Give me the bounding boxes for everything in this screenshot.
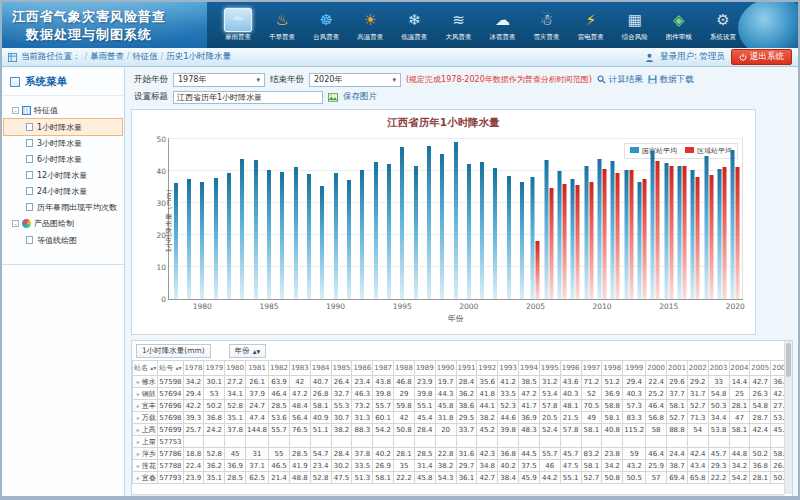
sidebar-item-历年暴雨出现平均次数[interactable]: 历年暴雨出现平均次数: [4, 199, 122, 215]
national-bar-1999[interactable]: [454, 142, 458, 299]
sidebar-item-12小时降水量[interactable]: 12小时降水量: [4, 167, 122, 183]
table-row-57788[interactable]: ▸莲花5778822.436.236.937.146.541.923.430.2…: [133, 460, 793, 472]
row-expander-icon[interactable]: ▸: [137, 378, 140, 385]
national-bar-1983[interactable]: [240, 159, 244, 299]
regional-bar-2008[interactable]: [576, 185, 580, 299]
national-bar-1996[interactable]: [414, 166, 418, 299]
regional-bar-2013[interactable]: [643, 179, 647, 299]
national-bar-2013[interactable]: [638, 182, 642, 299]
chart-title-input[interactable]: [173, 91, 323, 104]
horizontal-scrollbar[interactable]: [132, 494, 784, 500]
table-row-57753[interactable]: ▸上栗57753: [133, 436, 793, 448]
national-bar-2016[interactable]: [678, 166, 682, 299]
national-bar-2019[interactable]: [718, 169, 722, 299]
national-bar-1990[interactable]: [334, 173, 338, 299]
national-bar-2012[interactable]: [624, 170, 628, 299]
toolbar-item-drought[interactable]: ♨干旱普查: [263, 8, 301, 42]
national-bar-1984[interactable]: [254, 160, 258, 299]
regional-bar-2019[interactable]: [723, 167, 727, 299]
table-scroll-area[interactable]: 站名 ▴▾站号 ▴▾197819791980198119821983198419…: [132, 360, 792, 486]
national-bar-2008[interactable]: [571, 179, 575, 299]
national-bar-1997[interactable]: [427, 146, 431, 299]
download-button[interactable]: 数据下载: [648, 74, 694, 86]
toolbar-item-snow[interactable]: ☃雪灾普查: [528, 8, 566, 42]
national-bar-2007[interactable]: [558, 171, 562, 299]
national-bar-1993[interactable]: [374, 162, 378, 299]
sidebar-item-1小时降水量[interactable]: 1小时降水量: [4, 119, 122, 135]
table-row-57698[interactable]: ▸万载5769839.336.835.147.453.656.440.930.7…: [133, 412, 793, 424]
national-bar-1985[interactable]: [267, 170, 271, 299]
breadcrumb-item[interactable]: 特征值: [132, 51, 158, 61]
table-row-57598[interactable]: ▸修水5759834.230.127.226.163.94240.726.423…: [133, 376, 793, 388]
value-type-chip[interactable]: 1小时降水量(mm): [136, 344, 211, 358]
national-bar-2006[interactable]: [544, 160, 548, 299]
save-image-button[interactable]: 保存图片: [343, 91, 377, 103]
exit-system-button[interactable]: 退出系统: [731, 49, 792, 65]
row-expander-icon[interactable]: ▸: [137, 450, 140, 457]
national-bar-2011[interactable]: [611, 161, 615, 299]
national-bar-1980[interactable]: [200, 182, 204, 299]
regional-bar-2007[interactable]: [563, 184, 567, 299]
national-bar-1995[interactable]: [400, 147, 404, 299]
toolbar-item-risk[interactable]: ▦综合风险: [616, 8, 654, 42]
year-filter-chip[interactable]: 年份 ▴▾: [229, 344, 267, 358]
national-bar-2003[interactable]: [507, 176, 511, 299]
tree-expander-icon[interactable]: -: [12, 107, 19, 114]
national-bar-1994[interactable]: [387, 164, 391, 299]
toolbar-item-hail[interactable]: ☁冰雹普查: [483, 8, 521, 42]
end-year-select[interactable]: 2020年 ▾: [309, 73, 401, 87]
sidebar-group-产品图绘制[interactable]: -产品图绘制: [4, 215, 122, 232]
regional-bar-2014[interactable]: [656, 161, 660, 299]
regional-bar-2012[interactable]: [629, 170, 633, 299]
column-header-sortable[interactable]: 站号 ▴▾: [158, 361, 183, 376]
row-expander-icon[interactable]: ▸: [137, 438, 140, 445]
toolbar-item-settings[interactable]: ⚙系统设置: [704, 8, 742, 42]
sidebar-item-3小时降水量[interactable]: 3小时降水量: [4, 135, 122, 151]
national-bar-2018[interactable]: [704, 156, 708, 299]
regional-bar-2015[interactable]: [669, 166, 673, 299]
national-bar-2005[interactable]: [531, 177, 535, 299]
breadcrumb-item[interactable]: 暴雨普查: [90, 51, 124, 61]
table-row-57793[interactable]: ▸宜春5779323.935.128.562.521.448.852.847.5…: [133, 472, 793, 484]
national-bar-2017[interactable]: [691, 170, 695, 299]
row-expander-icon[interactable]: ▸: [137, 474, 140, 481]
table-row-57786[interactable]: ▸萍乡5778618.852.845315528.554.728.437.840…: [133, 448, 793, 460]
national-bar-2020[interactable]: [731, 150, 735, 299]
national-bar-2001[interactable]: [480, 162, 484, 299]
table-row-57694[interactable]: ▸铜鼓5769429.45334.137.946.447.226.832.746…: [133, 388, 793, 400]
horizontal-scroll-thumb[interactable]: [134, 496, 695, 500]
national-bar-2004[interactable]: [520, 182, 524, 299]
column-header-sortable[interactable]: 站名 ▴▾: [133, 361, 158, 376]
regional-bar-2018[interactable]: [709, 175, 713, 299]
national-bar-1981[interactable]: [214, 178, 218, 299]
tree-expander-icon[interactable]: -: [12, 220, 19, 227]
national-bar-1978[interactable]: [174, 183, 178, 299]
national-bar-2000[interactable]: [467, 164, 471, 299]
national-bar-1987[interactable]: [294, 167, 298, 299]
regional-bar-2005[interactable]: [536, 241, 540, 299]
toolbar-item-typhoon[interactable]: ☸台风普查: [307, 8, 345, 42]
start-year-select[interactable]: 1978年 ▾: [173, 73, 265, 87]
row-expander-icon[interactable]: ▸: [137, 414, 140, 421]
national-bar-2015[interactable]: [664, 163, 668, 299]
regional-bar-2006[interactable]: [549, 188, 553, 299]
national-bar-1992[interactable]: [360, 170, 364, 299]
national-bar-1991[interactable]: [347, 180, 351, 299]
breadcrumb-item[interactable]: 历史1小时降水量: [166, 51, 231, 61]
row-expander-icon[interactable]: ▸: [137, 462, 140, 469]
regional-bar-2010[interactable]: [603, 169, 607, 299]
calculate-button[interactable]: 计算结果: [597, 74, 643, 86]
regional-bar-2011[interactable]: [616, 173, 620, 299]
toolbar-item-rainstorm[interactable]: ☔暴雨普查: [219, 8, 257, 42]
vertical-scrollbar[interactable]: [784, 341, 792, 494]
national-bar-1986[interactable]: [280, 172, 284, 299]
row-expander-icon[interactable]: ▸: [137, 402, 140, 409]
national-bar-2010[interactable]: [598, 159, 602, 299]
toolbar-item-lightning[interactable]: ⚡雷电普查: [572, 8, 610, 42]
national-bar-2002[interactable]: [493, 168, 497, 299]
national-bar-1982[interactable]: [227, 173, 231, 299]
sidebar-item-6小时降水量[interactable]: 6小时降水量: [4, 151, 122, 167]
regional-bar-2016[interactable]: [683, 166, 687, 299]
national-bar-1989[interactable]: [320, 186, 324, 299]
table-row-57696[interactable]: ▸宜丰5769642.250.252.824.728.548.458.155.3…: [133, 400, 793, 412]
